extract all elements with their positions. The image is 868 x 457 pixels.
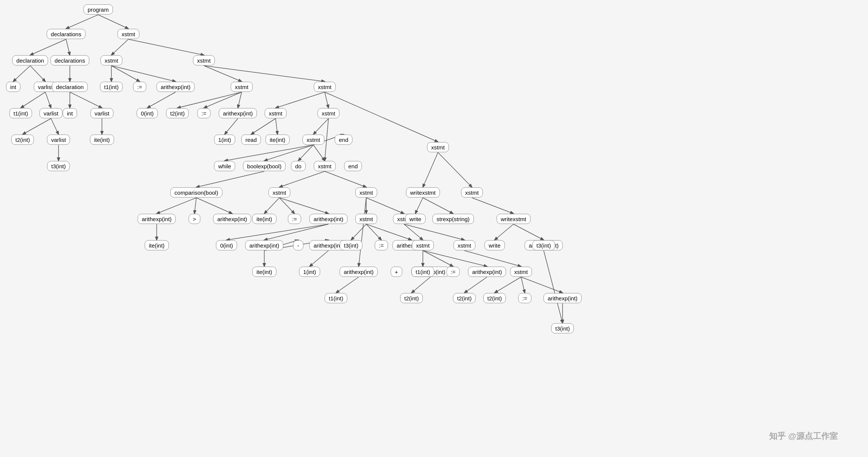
tree-node-end_1: end bbox=[335, 135, 352, 145]
svg-line-73 bbox=[423, 251, 453, 266]
tree-node-t3int_3: t3(int) bbox=[532, 240, 555, 251]
svg-line-57 bbox=[264, 224, 328, 240]
svg-line-13 bbox=[204, 66, 325, 82]
tree-node-declaration_2: declaration bbox=[52, 82, 88, 92]
tree-node-xstmt_13: xstmt bbox=[461, 188, 483, 198]
svg-line-51 bbox=[366, 198, 404, 214]
svg-line-23 bbox=[325, 92, 328, 108]
tree-node-assign_1: := bbox=[133, 82, 146, 92]
tree-node-1int_2: 1(int) bbox=[299, 267, 320, 277]
tree-node-arithexpint_12: arithexp(int) bbox=[468, 267, 506, 277]
tree-node-iteint_4: ite(int) bbox=[145, 240, 169, 251]
svg-line-56 bbox=[227, 224, 328, 240]
svg-line-45 bbox=[194, 198, 196, 214]
tree-node-t1int_2: t1(int) bbox=[9, 108, 32, 118]
tree-node-0int_1: 0(int) bbox=[137, 108, 158, 118]
svg-line-58 bbox=[351, 224, 366, 240]
svg-line-77 bbox=[495, 277, 521, 293]
svg-line-11 bbox=[111, 66, 176, 82]
tree-node-arithexpint_4: arithexp(int) bbox=[213, 214, 251, 224]
tree-node-int_2: int bbox=[63, 108, 77, 118]
tree-node-t3int_1: t3(int) bbox=[47, 161, 70, 171]
svg-line-4 bbox=[111, 39, 128, 55]
tree-node-t2int_2: t2(int) bbox=[11, 135, 34, 145]
tree-node-xstmt_18: xstmt bbox=[510, 267, 532, 277]
svg-line-64 bbox=[513, 224, 544, 240]
svg-line-3 bbox=[66, 39, 70, 55]
svg-line-71 bbox=[412, 277, 430, 293]
svg-line-27 bbox=[225, 118, 238, 134]
svg-line-43 bbox=[438, 152, 472, 187]
tree-node-xstmt_5: xstmt bbox=[314, 82, 336, 92]
svg-line-42 bbox=[423, 152, 438, 187]
svg-line-15 bbox=[45, 92, 51, 108]
tree-node-xstmt_11: xstmt bbox=[268, 188, 290, 198]
tree-node-writexstmt_1: writexstmt bbox=[406, 188, 440, 198]
tree-node-plus_1: + bbox=[391, 267, 402, 277]
tree-node-xstmt_10: xstmt bbox=[427, 142, 449, 152]
tree-node-declarations_1: declarations bbox=[47, 29, 86, 39]
svg-line-60 bbox=[366, 224, 412, 240]
tree-node-iteint_2: ite(int) bbox=[265, 135, 290, 145]
tree-node-declaration_1: declaration bbox=[12, 55, 48, 66]
tree-node-read_1: read bbox=[241, 135, 261, 145]
svg-line-79 bbox=[521, 277, 563, 293]
svg-line-28 bbox=[251, 118, 276, 134]
tree-node-assign_3: := bbox=[288, 214, 301, 224]
svg-line-36 bbox=[313, 145, 325, 161]
tree-node-write_2: write bbox=[484, 240, 505, 251]
tree-node-t2int_4: t2(int) bbox=[453, 293, 476, 303]
tree-node-xstmt_17: xstmt bbox=[453, 240, 475, 251]
tree-node-xstmt_4: xstmt bbox=[231, 82, 253, 92]
svg-line-47 bbox=[264, 198, 279, 214]
svg-line-6 bbox=[13, 66, 30, 82]
tree-node-t2int_1: t2(int) bbox=[166, 108, 189, 118]
tree-node-xstmt_9: xstmt bbox=[314, 161, 336, 171]
tree-node-arithexpint_6: arithexp(int) bbox=[245, 240, 283, 251]
tree-node-xstmt_14: xstmt bbox=[355, 214, 377, 224]
svg-line-0 bbox=[66, 15, 98, 29]
tree-node-varlist_3: varlist bbox=[90, 108, 113, 118]
tree-node-arithexpint_10: arithexp(int) bbox=[339, 267, 378, 277]
svg-line-30 bbox=[313, 118, 328, 134]
tree-node-while_1: while bbox=[214, 161, 235, 171]
svg-line-52 bbox=[415, 198, 423, 214]
svg-line-69 bbox=[359, 198, 366, 266]
tree-node-int_1: int bbox=[6, 82, 20, 92]
tree-node-assign_5: := bbox=[447, 267, 460, 277]
tree-node-xstmt_8: xstmt bbox=[302, 135, 324, 145]
svg-line-46 bbox=[196, 198, 232, 214]
tree-node-1int_1: 1(int) bbox=[214, 135, 235, 145]
tree-node-t3int_2: t3(int) bbox=[340, 240, 362, 251]
tree-node-minus_1: - bbox=[293, 240, 304, 251]
tree-node-do_1: do bbox=[291, 161, 306, 171]
svg-line-21 bbox=[238, 92, 242, 108]
svg-line-29 bbox=[276, 118, 278, 134]
svg-line-24 bbox=[23, 118, 51, 134]
svg-line-53 bbox=[423, 198, 453, 214]
svg-line-76 bbox=[464, 277, 487, 293]
tree-node-arithexpint_2: arithexp(int) bbox=[219, 108, 257, 118]
tree-node-xstmt_7: xstmt bbox=[318, 108, 339, 118]
svg-line-22 bbox=[276, 92, 325, 108]
svg-line-18 bbox=[147, 92, 176, 108]
watermark: 知乎 @源点工作室 bbox=[769, 431, 838, 442]
tree-node-xstmt_3: xstmt bbox=[193, 55, 215, 66]
tree-node-iteint_5: ite(int) bbox=[252, 267, 276, 277]
tree-node-iteint_1: ite(int) bbox=[90, 135, 114, 145]
tree-svg bbox=[0, 0, 868, 457]
svg-line-1 bbox=[98, 15, 128, 29]
svg-line-40 bbox=[279, 171, 325, 187]
svg-line-39 bbox=[196, 171, 264, 187]
tree-node-varlist_2: varlist bbox=[39, 108, 62, 118]
tree-node-t1int_1: t1(int) bbox=[100, 82, 123, 92]
svg-line-33 bbox=[225, 145, 313, 161]
tree-node-xstmt_16: xstmt bbox=[412, 240, 434, 251]
tree-node-iteint_3: ite(int) bbox=[252, 214, 276, 224]
tree-node-t2int_5: t2(int) bbox=[483, 293, 506, 303]
tree-node-t1int_4: t1(int) bbox=[325, 293, 347, 303]
svg-line-14 bbox=[21, 92, 45, 108]
tree-node-assign_6: := bbox=[518, 293, 532, 303]
tree-node-arithexpint_3: arithexp(int) bbox=[137, 214, 176, 224]
tree-node-program: program bbox=[83, 5, 113, 15]
